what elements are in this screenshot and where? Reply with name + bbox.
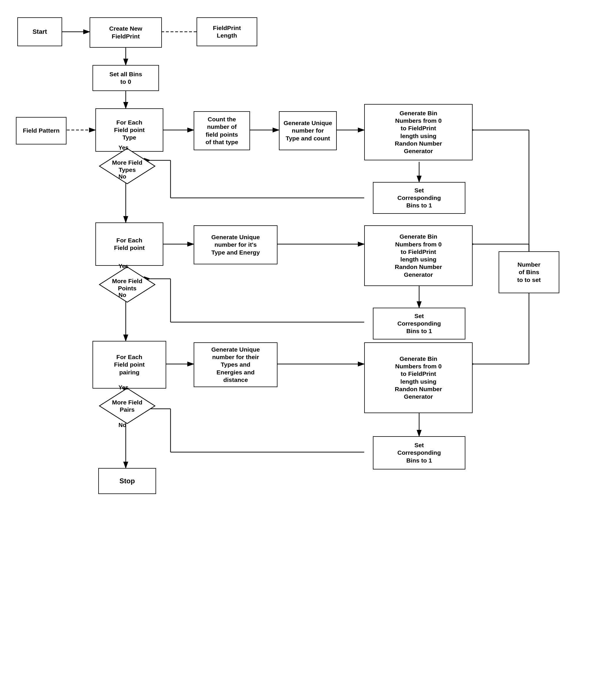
yes-label-field-points: Yes bbox=[119, 263, 128, 270]
start-box: Start bbox=[18, 18, 62, 46]
set-corresponding-bins-3-box: SetCorrespondingBins to 1 bbox=[373, 436, 465, 469]
generate-unique-types-energies-box: Generate Uniquenumber for theirTypes and… bbox=[194, 342, 277, 387]
no-label-field-types: No bbox=[119, 173, 126, 180]
generate-unique-type-energy-box: Generate Uniquenumber for it'sType and E… bbox=[194, 225, 277, 264]
no-label-field-pairs: No bbox=[119, 422, 126, 428]
yes-label-field-pairs: Yes bbox=[119, 384, 128, 391]
set-corresponding-bins-1-box: SetCorrespondingBins to 1 bbox=[373, 182, 465, 214]
yes-label-field-types: Yes bbox=[119, 144, 128, 151]
more-field-points-diamond: More FieldPoints bbox=[98, 266, 156, 303]
no-label-field-points: No bbox=[119, 292, 126, 299]
set-all-bins-box: Set all Binsto 0 bbox=[93, 65, 159, 91]
count-field-points-box: Count thenumber offield pointsof that ty… bbox=[194, 111, 250, 150]
generate-bin-2-box: Generate BinNumbers from 0to FieldPrintl… bbox=[364, 225, 472, 286]
number-of-bins-box: Numberof Binsto to set bbox=[499, 251, 559, 293]
generate-unique-type-count-box: Generate Uniquenumber forType and count bbox=[279, 111, 337, 150]
generate-bin-1-box: Generate BinNumbers from 0to FieldPrintl… bbox=[364, 104, 472, 160]
arrows-layer bbox=[0, 0, 594, 700]
for-each-field-type-box: For EachField pointType bbox=[95, 108, 163, 152]
more-field-pairs-diamond: More FieldPairs bbox=[98, 387, 156, 425]
generate-bin-3-box: Generate BinNumbers from 0to FieldPrintl… bbox=[364, 342, 472, 413]
fieldprint-length-box: FieldPrintLength bbox=[197, 18, 257, 46]
stop-box: Stop bbox=[98, 468, 156, 494]
for-each-field-point-box: For EachField point bbox=[95, 222, 163, 266]
flowchart-diagram: Start Create NewFieldPrint FieldPrintLen… bbox=[0, 0, 594, 700]
set-corresponding-bins-2-box: SetCorrespondingBins to 1 bbox=[373, 308, 465, 340]
create-fieldprint-box: Create NewFieldPrint bbox=[90, 18, 162, 48]
more-field-types-diamond: More FieldTypes bbox=[98, 147, 156, 185]
field-pattern-box: Field Pattern bbox=[16, 117, 66, 144]
for-each-field-pairing-box: For EachField pointpairing bbox=[93, 341, 166, 389]
